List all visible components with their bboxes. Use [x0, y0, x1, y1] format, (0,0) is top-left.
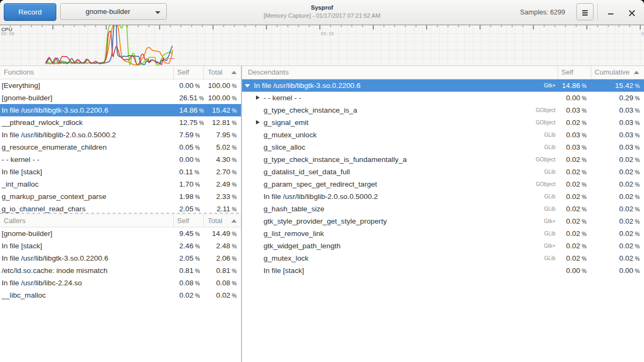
svg-text:00:30: 00:30: [321, 32, 334, 36]
svg-text:00:00: 00:00: [1, 32, 14, 36]
svg-text:01:00: 01:00: [641, 32, 644, 36]
